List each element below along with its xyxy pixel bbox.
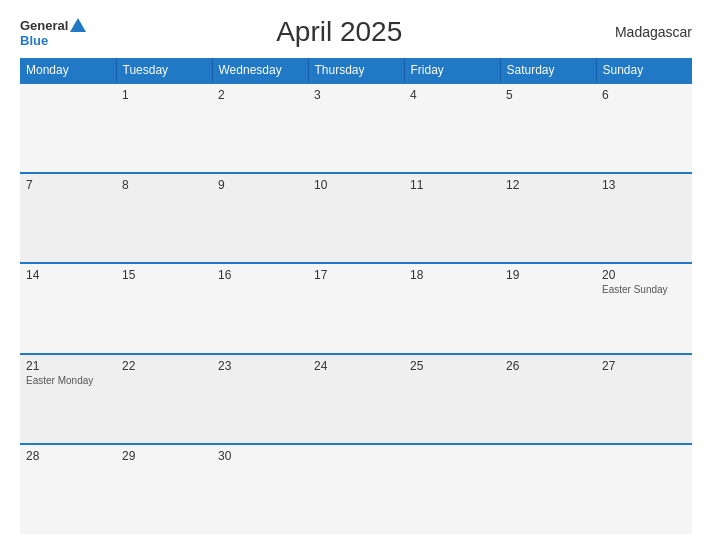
calendar-header: General Blue April 2025 Madagascar: [20, 16, 692, 48]
weekday-header-wednesday: Wednesday: [212, 58, 308, 83]
calendar-cell: [500, 444, 596, 534]
calendar-cell: 7: [20, 173, 116, 263]
calendar-cell: 25: [404, 354, 500, 444]
calendar-cell: 17: [308, 263, 404, 353]
calendar-cell: 6: [596, 83, 692, 173]
weekday-header-tuesday: Tuesday: [116, 58, 212, 83]
day-number: 8: [122, 178, 206, 192]
calendar-cell: 23: [212, 354, 308, 444]
event-label: Easter Monday: [26, 375, 110, 386]
calendar-cell: 22: [116, 354, 212, 444]
day-number: 1: [122, 88, 206, 102]
day-number: 21: [26, 359, 110, 373]
calendar-cell: [596, 444, 692, 534]
calendar-cell: 8: [116, 173, 212, 263]
calendar-cell: [308, 444, 404, 534]
day-number: 23: [218, 359, 302, 373]
calendar-cell: 20Easter Sunday: [596, 263, 692, 353]
logo: General Blue: [20, 18, 86, 47]
day-number: 25: [410, 359, 494, 373]
calendar-cell: [20, 83, 116, 173]
day-number: 5: [506, 88, 590, 102]
calendar-cell: 4: [404, 83, 500, 173]
week-row-2: 78910111213: [20, 173, 692, 263]
calendar-cell: 27: [596, 354, 692, 444]
calendar-cell: 9: [212, 173, 308, 263]
weekday-header-monday: Monday: [20, 58, 116, 83]
day-number: 20: [602, 268, 686, 282]
day-number: 27: [602, 359, 686, 373]
day-number: 15: [122, 268, 206, 282]
week-row-4: 21Easter Monday222324252627: [20, 354, 692, 444]
day-number: 14: [26, 268, 110, 282]
day-number: 18: [410, 268, 494, 282]
day-number: 11: [410, 178, 494, 192]
calendar-cell: 16: [212, 263, 308, 353]
calendar-cell: 24: [308, 354, 404, 444]
day-number: 28: [26, 449, 110, 463]
weekday-header-saturday: Saturday: [500, 58, 596, 83]
day-number: 30: [218, 449, 302, 463]
calendar-cell: 21Easter Monday: [20, 354, 116, 444]
calendar-cell: 10: [308, 173, 404, 263]
day-number: 22: [122, 359, 206, 373]
calendar-cell: 5: [500, 83, 596, 173]
weekday-header-row: MondayTuesdayWednesdayThursdayFridaySatu…: [20, 58, 692, 83]
day-number: 4: [410, 88, 494, 102]
day-number: 2: [218, 88, 302, 102]
calendar-cell: 14: [20, 263, 116, 353]
logo-triangle-icon: [70, 18, 86, 32]
week-row-3: 14151617181920Easter Sunday: [20, 263, 692, 353]
day-number: 9: [218, 178, 302, 192]
calendar-cell: 28: [20, 444, 116, 534]
calendar-cell: 29: [116, 444, 212, 534]
calendar-cell: 15: [116, 263, 212, 353]
calendar-cell: 13: [596, 173, 692, 263]
country-label: Madagascar: [592, 24, 692, 40]
logo-general-text: General: [20, 19, 68, 32]
calendar-cell: 1: [116, 83, 212, 173]
event-label: Easter Sunday: [602, 284, 686, 295]
day-number: 10: [314, 178, 398, 192]
calendar-cell: 30: [212, 444, 308, 534]
calendar-cell: [404, 444, 500, 534]
day-number: 24: [314, 359, 398, 373]
day-number: 16: [218, 268, 302, 282]
calendar-cell: 3: [308, 83, 404, 173]
calendar-cell: 12: [500, 173, 596, 263]
calendar-table: MondayTuesdayWednesdayThursdayFridaySatu…: [20, 58, 692, 534]
day-number: 29: [122, 449, 206, 463]
calendar-cell: 2: [212, 83, 308, 173]
day-number: 19: [506, 268, 590, 282]
weekday-header-thursday: Thursday: [308, 58, 404, 83]
week-row-1: 123456: [20, 83, 692, 173]
week-row-5: 282930: [20, 444, 692, 534]
calendar-cell: 19: [500, 263, 596, 353]
logo-blue-text: Blue: [20, 34, 48, 47]
weekday-header-friday: Friday: [404, 58, 500, 83]
day-number: 13: [602, 178, 686, 192]
calendar-title: April 2025: [86, 16, 592, 48]
day-number: 7: [26, 178, 110, 192]
day-number: 17: [314, 268, 398, 282]
calendar-cell: 11: [404, 173, 500, 263]
day-number: 3: [314, 88, 398, 102]
calendar-cell: 26: [500, 354, 596, 444]
weekday-header-sunday: Sunday: [596, 58, 692, 83]
day-number: 12: [506, 178, 590, 192]
day-number: 6: [602, 88, 686, 102]
day-number: 26: [506, 359, 590, 373]
calendar-cell: 18: [404, 263, 500, 353]
